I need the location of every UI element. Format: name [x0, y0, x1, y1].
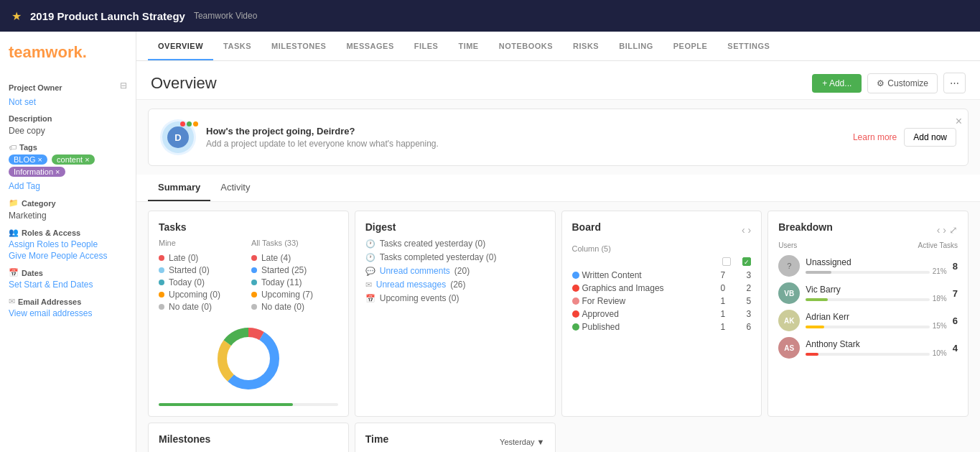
- task-mine-late: Late (0): [159, 253, 246, 263]
- digest-unread-comments[interactable]: 💬 Unread comments (20): [365, 266, 545, 276]
- board-row-approved: Approved 13: [572, 309, 752, 319]
- tab-milestones[interactable]: MILESTONES: [261, 32, 336, 60]
- svg-point-5: [227, 337, 270, 380]
- breakdown-title: Breakdown: [778, 221, 832, 233]
- breakdown-info-vic: Vic Barry 18%: [806, 285, 947, 303]
- sub-tabs: Summary Activity: [136, 175, 980, 202]
- time-header: Time Yesterday ▼: [365, 433, 545, 451]
- give-access-link[interactable]: Give More People Access: [9, 251, 127, 261]
- breakdown-col-headers: Users Active Tasks: [778, 241, 958, 249]
- task-all-today: Today (11): [251, 277, 338, 287]
- tab-tasks[interactable]: TASKS: [213, 32, 261, 60]
- breakdown-expand-btn[interactable]: ⤢: [949, 224, 958, 236]
- tab-messages[interactable]: MESSAGES: [336, 32, 403, 60]
- board-prev-btn[interactable]: ‹: [742, 224, 745, 236]
- tag-blog[interactable]: BLOG ×: [9, 154, 47, 165]
- task-mine-today: Today (0): [159, 277, 246, 287]
- digest-tasks-completed: 🕐 Tasks completed yesterday (0): [365, 252, 545, 262]
- board-row-graphics: Graphics and Images 02: [572, 283, 752, 293]
- update-title: How's the project going, Deirdre?: [206, 126, 439, 137]
- star-icon[interactable]: ★: [11, 9, 22, 23]
- avatar-unassigned: ?: [778, 255, 800, 277]
- tag-information[interactable]: Information ×: [9, 167, 65, 177]
- tab-time[interactable]: TIME: [448, 32, 488, 60]
- board-next-btn[interactable]: ›: [748, 224, 752, 236]
- breakdown-col1: Users: [778, 241, 797, 249]
- tags-icon: 🏷: [9, 143, 17, 152]
- board-navigation: ‹ ›: [742, 224, 751, 236]
- sidebar-collapse-btn[interactable]: ⊟: [120, 80, 127, 91]
- content-grid: Tasks Mine Late (0) Started (0) Today (0…: [136, 202, 980, 452]
- breakdown-prev-btn[interactable]: ‹: [937, 224, 941, 236]
- board-row-review: For Review 15: [572, 296, 752, 306]
- roles-icon: 👥: [9, 228, 19, 237]
- sub-tab-summary[interactable]: Summary: [148, 175, 210, 201]
- milestones-title: Milestones: [159, 433, 338, 445]
- tag-content[interactable]: content ×: [52, 154, 95, 165]
- category-label: Category: [22, 199, 56, 208]
- customize-button[interactable]: ⚙ Customize: [867, 73, 938, 93]
- avatar-vic: VB: [778, 282, 800, 304]
- tags-label: Tags: [19, 143, 37, 152]
- sidebar: teamwork. Project Owner ⊟ Not set Descri…: [0, 32, 136, 452]
- learn-more-link[interactable]: Learn more: [853, 132, 897, 142]
- board-row-published: Published 16: [572, 322, 752, 332]
- tab-people[interactable]: PEOPLE: [663, 32, 718, 60]
- board-col-header-2: ✓: [742, 257, 751, 267]
- dates-label: Dates: [22, 269, 43, 277]
- update-avatar: D: [160, 119, 196, 155]
- email-icon: ✉: [9, 297, 15, 306]
- add-button[interactable]: + Add...: [812, 74, 862, 93]
- breakdown-info-unassigned: Unassigned 21%: [806, 257, 947, 275]
- task-all-upcoming: Upcoming (7): [251, 290, 338, 300]
- not-set-link[interactable]: Not set: [9, 97, 36, 107]
- project-owner-label: Project Owner: [9, 83, 62, 92]
- tab-billing[interactable]: BILLING: [609, 32, 663, 60]
- digest-unread-messages[interactable]: ✉ Unread messages (26): [365, 280, 545, 290]
- dates-icon: 📅: [9, 268, 19, 277]
- tasks-donut-chart: [159, 323, 338, 395]
- board-row-written: Written Content 73: [572, 270, 752, 280]
- project-subtitle: Teamwork Video: [194, 11, 258, 21]
- view-email-link[interactable]: View email addresses: [9, 308, 127, 318]
- breakdown-col2: Active Tasks: [918, 241, 958, 249]
- sidebar-logo: teamwork.: [9, 43, 127, 62]
- header-actions: + Add... ⚙ Customize ⋯: [812, 73, 966, 93]
- tab-settings[interactable]: SETTINGS: [717, 32, 780, 60]
- set-dates-link[interactable]: Set Start & End Dates: [9, 280, 127, 290]
- time-filter-dropdown[interactable]: Yesterday ▼: [500, 438, 544, 446]
- add-tag-link[interactable]: Add Tag: [9, 181, 40, 191]
- breakdown-info-anthony: Anthony Stark 10%: [806, 339, 947, 357]
- close-banner-button[interactable]: ×: [956, 115, 962, 128]
- tab-notebooks[interactable]: NOTEBOOKS: [489, 32, 563, 60]
- breakdown-next-btn[interactable]: ›: [943, 224, 946, 236]
- add-now-button[interactable]: Add now: [904, 128, 956, 147]
- milestones-card: Milestones Mine Late (0) Today (0) Upcom…: [148, 423, 349, 452]
- tab-risks[interactable]: RISKS: [563, 32, 609, 60]
- board-card: Board ‹ › Column (5) ✓ Written: [561, 211, 762, 417]
- task-all-started: Started (25): [251, 265, 338, 275]
- task-mine-nodate: No date (0): [159, 302, 246, 312]
- assign-roles-link[interactable]: Assign Roles to People: [9, 239, 127, 249]
- description-label: Description: [9, 114, 127, 123]
- tab-overview[interactable]: OVERVIEW: [148, 32, 213, 60]
- tasks-all-label: All Tasks (33): [251, 239, 338, 247]
- board-column-header: Column (5): [572, 244, 752, 253]
- main-content: OVERVIEW TASKS MILESTONES MESSAGES FILES…: [136, 32, 980, 452]
- sub-tab-activity[interactable]: Activity: [210, 175, 260, 201]
- project-title: 2019 Product Launch Strategy: [30, 10, 185, 22]
- breakdown-navigation: ‹ › ⤢: [937, 224, 958, 236]
- time-card: Time Yesterday ▼ Mine | All time Total H…: [355, 423, 556, 452]
- digest-card: Digest 🕐 Tasks created yesterday (0) 🕐 T…: [355, 211, 556, 417]
- tab-files[interactable]: FILES: [404, 32, 449, 60]
- breakdown-info-adrian: Adrian Kerr 15%: [806, 312, 947, 330]
- more-button[interactable]: ⋯: [943, 73, 966, 93]
- update-text: How's the project going, Deirdre? Add a …: [206, 126, 439, 149]
- page-title: Overview: [151, 74, 217, 93]
- tasks-card: Tasks Mine Late (0) Started (0) Today (0…: [148, 211, 349, 417]
- breakdown-card: Breakdown ‹ › ⤢ Users Active Tasks ? Una…: [767, 211, 969, 417]
- board-title: Board: [572, 221, 601, 233]
- chevron-down-icon: ▼: [537, 438, 545, 446]
- update-actions: Learn more Add now: [853, 128, 956, 147]
- top-bar: ★ 2019 Product Launch Strategy Teamwork …: [0, 0, 980, 32]
